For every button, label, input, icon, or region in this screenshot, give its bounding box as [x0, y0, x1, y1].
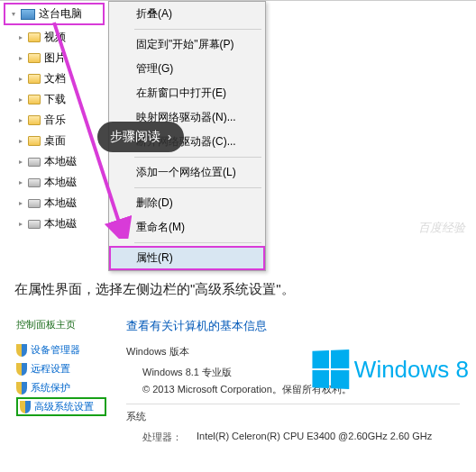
- divider: [126, 404, 460, 404]
- folder-icon: [28, 74, 41, 84]
- folder-icon: [28, 53, 41, 63]
- folder-icon: [28, 115, 41, 125]
- windows-tiles-icon: [312, 349, 349, 389]
- collapse-icon[interactable]: ▾: [9, 10, 17, 18]
- step-reading-badge[interactable]: 步骤阅读 ›: [97, 122, 184, 152]
- expand-icon[interactable]: ▸: [16, 199, 24, 207]
- expand-icon[interactable]: ▸: [16, 95, 24, 104]
- menu-item-3[interactable]: 管理(G): [109, 57, 265, 81]
- menu-item-0[interactable]: 折叠(A): [109, 2, 265, 26]
- tree-item-label: 视频: [44, 30, 66, 45]
- tree-item-label: 音乐: [44, 113, 66, 128]
- explorer-window: ▾ 这台电脑 ▸视频▸图片▸文档▸下载▸音乐▸桌面▸本地磁▸本地磁▸本地磁▸本地…: [0, 0, 476, 261]
- expand-icon[interactable]: ▸: [16, 116, 24, 124]
- system-section-label: 系统: [126, 410, 460, 423]
- cpu-label: 处理器：: [142, 431, 197, 444]
- menu-item-2[interactable]: 固定到"开始"屏幕(P): [109, 32, 265, 57]
- tree-item-label: 文档: [44, 71, 66, 86]
- menu-item-4[interactable]: 在新窗口中打开(E): [109, 81, 265, 105]
- windows-logo: Windows 8: [311, 350, 469, 388]
- shield-icon: [16, 363, 27, 376]
- sidebar-link-3[interactable]: 高级系统设置: [16, 397, 106, 416]
- folder-icon: [28, 136, 41, 146]
- tree-item-label: 本地磁: [44, 154, 77, 169]
- drive-icon: [28, 178, 41, 187]
- folder-icon: [28, 95, 41, 104]
- props-sidebar: 控制面板主页 设备管理器远程设置系统保护高级系统设置: [16, 318, 106, 416]
- shield-icon: [16, 344, 27, 357]
- menu-item-10[interactable]: 删除(D): [109, 191, 265, 215]
- menu-item-8[interactable]: 添加一个网络位置(L): [109, 160, 265, 185]
- tree-item-label: 下载: [44, 92, 66, 107]
- folder-icon: [28, 32, 41, 42]
- control-panel-home[interactable]: 控制面板主页: [16, 318, 106, 331]
- windows-logo-text: Windows 8: [354, 356, 469, 384]
- link-label: 远程设置: [31, 362, 70, 376]
- step-badge-label: 步骤阅读: [110, 129, 160, 145]
- cpu-row: 处理器： Intel(R) Celeron(R) CPU E3400 @2.60…: [126, 429, 460, 446]
- tree-item-0[interactable]: ▸视频: [0, 27, 108, 48]
- tree-item-5[interactable]: ▸桌面: [0, 131, 108, 151]
- menu-item-13[interactable]: 属性(R): [109, 246, 265, 270]
- drive-icon: [28, 220, 41, 229]
- link-label: 系统保护: [31, 381, 70, 395]
- chevron-right-icon: ›: [168, 131, 171, 143]
- tree-item-9[interactable]: ▸本地磁: [0, 213, 108, 234]
- menu-separator: [134, 187, 261, 188]
- shield-icon: [16, 382, 27, 395]
- props-heading: 查看有关计算机的基本信息: [126, 318, 460, 334]
- expand-icon[interactable]: ▸: [16, 54, 24, 62]
- tree-item-label: 本地磁: [44, 175, 77, 190]
- menu-item-11[interactable]: 重命名(M): [109, 215, 265, 240]
- drive-icon: [28, 199, 41, 208]
- expand-icon[interactable]: ▸: [16, 158, 24, 166]
- tree-item-4[interactable]: ▸音乐: [0, 110, 108, 131]
- tree-item-label: 桌面: [44, 133, 66, 149]
- expand-icon[interactable]: ▸: [16, 75, 24, 83]
- tree-item-8[interactable]: ▸本地磁: [0, 193, 108, 213]
- shield-icon: [20, 401, 31, 413]
- drive-icon: [28, 158, 41, 167]
- sidebar-link-2[interactable]: 系统保护: [16, 378, 106, 397]
- sidebar-link-0[interactable]: 设备管理器: [16, 340, 106, 359]
- pc-icon: [21, 9, 35, 20]
- tree-item-label: 图片: [44, 50, 66, 66]
- tree-item-label: 本地磁: [44, 216, 77, 231]
- tree-item-1[interactable]: ▸图片: [0, 48, 108, 68]
- expand-icon[interactable]: ▸: [16, 33, 24, 41]
- sidebar-link-1[interactable]: 远程设置: [16, 359, 106, 378]
- tree-item-2[interactable]: ▸文档: [0, 68, 108, 89]
- tree-item-6[interactable]: ▸本地磁: [0, 151, 108, 172]
- tree-root-label: 这台电脑: [39, 6, 82, 22]
- tree-item-7[interactable]: ▸本地磁: [0, 172, 108, 193]
- link-label: 设备管理器: [31, 343, 80, 357]
- expand-icon[interactable]: ▸: [16, 220, 24, 228]
- tree-item-label: 本地磁: [44, 195, 77, 211]
- menu-separator: [134, 242, 261, 243]
- expand-icon[interactable]: ▸: [16, 137, 24, 145]
- tree-root-this-pc[interactable]: ▾ 这台电脑: [4, 3, 105, 25]
- menu-separator: [134, 157, 261, 158]
- nav-tree: ▾ 这台电脑 ▸视频▸图片▸文档▸下载▸音乐▸桌面▸本地磁▸本地磁▸本地磁▸本地…: [0, 1, 108, 262]
- tree-item-3[interactable]: ▸下载: [0, 89, 108, 110]
- menu-separator: [134, 29, 261, 30]
- expand-icon[interactable]: ▸: [16, 178, 24, 186]
- watermark: 百度经验: [418, 220, 465, 236]
- link-label: 高级系统设置: [34, 400, 94, 413]
- system-properties: 控制面板主页 设备管理器远程设置系统保护高级系统设置 查看有关计算机的基本信息 …: [0, 311, 476, 446]
- cpu-value: Intel(R) Celeron(R) CPU E3400 @2.60GHz 2…: [197, 431, 432, 444]
